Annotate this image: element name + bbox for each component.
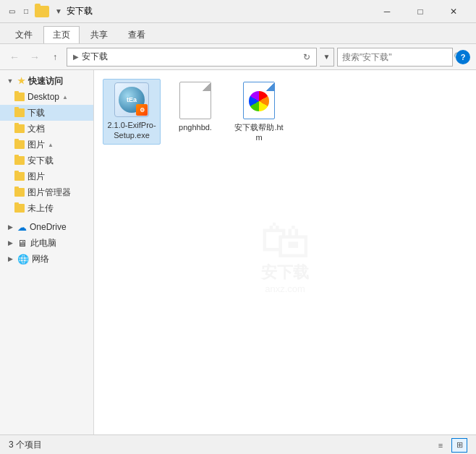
status-count: 3 个项目 [9, 439, 42, 451]
sidebar-item-desktop[interactable]: Desktop ▲ [0, 89, 93, 105]
network-label: 网络 [32, 253, 49, 265]
up-button[interactable]: ↑ [46, 48, 64, 66]
sidebar-item-label-downloads2: 安下载 [27, 155, 54, 167]
sidebar-item-label-downloads: 下载 [27, 107, 45, 119]
sidebar-item-notupload[interactable]: 未上传 [0, 200, 93, 216]
watermark-url: anxz.com [260, 283, 310, 294]
sidebar-item-label-desktop: Desktop [27, 92, 59, 102]
chevron-right-icon-pictures: ▲ [48, 142, 54, 148]
sidebar-item-downloads2[interactable]: 安下载 [0, 153, 93, 168]
files-container: ⚙ 2.1.0-ExifPro-Setup.exe pnghhbd. 安下载帮助… [103, 79, 467, 146]
onedrive-label: OneDrive [30, 222, 67, 232]
maximize-button[interactable]: □ [404, 0, 437, 23]
folder-icon-pictures2 [14, 172, 25, 181]
network-icon: 🌐 [17, 254, 29, 265]
sidebar-quick-access[interactable]: ▼ ★ 快速访问 [0, 73, 93, 89]
forward-button[interactable]: → [26, 48, 43, 66]
title-controls: ─ □ ✕ [370, 0, 470, 23]
status-view-icons: ≡ ⊞ [433, 438, 467, 453]
file-item-htm[interactable]: 安下载帮助.htm [230, 79, 288, 146]
status-bar: 3 个项目 ≡ ⊞ [0, 434, 476, 454]
htm-file-icon [243, 82, 275, 119]
exe-badge-icon: ⚙ [136, 104, 148, 116]
address-text: 安下载 [82, 51, 108, 63]
sidebar-item-label-pictures2: 图片 [27, 171, 45, 183]
watermark-bag-icon: 🛍 [260, 211, 310, 269]
folder-icon-documents [14, 124, 25, 133]
sidebar-item-documents[interactable]: 文档 [0, 121, 93, 137]
htm-file-label: 安下载帮助.htm [233, 122, 285, 143]
tab-home[interactable]: 主页 [43, 26, 80, 43]
exe-file-label: 2.1.0-ExifPro-Setup.exe [106, 120, 157, 141]
search-box[interactable]: 🔍 [337, 48, 453, 67]
tab-view[interactable]: 查看 [119, 26, 155, 43]
ribbon: 文件 主页 共享 查看 [0, 23, 476, 44]
sidebar: ▼ ★ 快速访问 Desktop ▲ 下载 文档 图片 ▲ [0, 70, 94, 434]
sidebar-item-downloads[interactable]: 下载 [0, 105, 93, 121]
quick-access-expand-icon: ▼ [6, 77, 14, 85]
sidebar-item-pictures2[interactable]: 图片 [0, 168, 93, 184]
folder-icon-pictures [14, 140, 25, 149]
chevron-right-icon-desktop: ▲ [62, 94, 68, 100]
folder-icon-downloads2 [14, 156, 25, 165]
title-icon-1: ▭ [6, 6, 17, 17]
sidebar-item-picmanager[interactable]: 图片管理器 [0, 184, 93, 200]
file-area[interactable]: 🛍 安下载 anxz.com ⚙ 2.1.0-ExifPro-Setup.exe… [94, 70, 476, 434]
quick-access-section: ▼ ★ 快速访问 Desktop ▲ 下载 文档 图片 ▲ [0, 73, 93, 216]
generic-file-icon [179, 82, 211, 119]
title-bar-icons: ▭ □ ▼ [6, 6, 62, 17]
window-title: 安下载 [67, 5, 370, 17]
search-input[interactable] [342, 52, 451, 62]
sidebar-item-pictures[interactable]: 图片 ▲ [0, 137, 93, 153]
ribbon-tabs: 文件 主页 共享 查看 [0, 23, 476, 43]
png-file-label: pnghhbd. [179, 122, 212, 132]
onedrive-icon: ☁ [17, 222, 27, 233]
folder-icon-notupload [14, 204, 25, 213]
pc-icon: 🖥 [17, 238, 27, 248]
pc-label: 此电脑 [30, 237, 56, 249]
view-list-button[interactable]: ≡ [433, 438, 449, 453]
view-grid-icon: ⊞ [456, 440, 463, 450]
sidebar-item-pc[interactable]: ▶ 🖥 此电脑 [0, 235, 93, 251]
tab-share[interactable]: 共享 [81, 26, 117, 43]
refresh-button[interactable]: ↻ [303, 52, 310, 62]
folder-icon-downloads [14, 108, 25, 117]
watermark: 🛍 安下载 anxz.com [260, 211, 310, 294]
close-button[interactable]: ✕ [437, 0, 470, 23]
sidebar-item-label-picmanager: 图片管理器 [27, 187, 71, 199]
file-item-exe[interactable]: ⚙ 2.1.0-ExifPro-Setup.exe [103, 79, 161, 145]
title-dropdown-arrow[interactable]: ▼ [55, 7, 62, 15]
quick-access-label: 快速访问 [28, 75, 63, 87]
sidebar-item-label-pictures: 图片 [27, 139, 45, 151]
title-icon-2: □ [20, 6, 32, 17]
htm-color-wheel [249, 91, 269, 111]
pc-expand-icon: ▶ [6, 239, 14, 247]
watermark-site-name: 安下载 [260, 262, 310, 283]
htm-colors-icon [244, 82, 274, 119]
minimize-button[interactable]: ─ [370, 0, 404, 23]
sidebar-item-label-notupload: 未上传 [27, 202, 54, 215]
folder-icon-desktop [14, 93, 25, 101]
help-button[interactable]: ? [456, 50, 470, 64]
network-expand-icon: ▶ [6, 254, 14, 263]
folder-icon-picmanager [14, 188, 25, 197]
view-grid-button[interactable]: ⊞ [451, 438, 467, 453]
back-button[interactable]: ← [6, 48, 23, 66]
quick-access-star-icon: ★ [17, 76, 25, 86]
sidebar-item-onedrive[interactable]: ▶ ☁ OneDrive [0, 219, 93, 235]
file-item-png[interactable]: pnghhbd. [166, 79, 224, 135]
title-folder-icon [35, 6, 49, 17]
address-box[interactable]: ▶ 安下载 ↻ [67, 48, 317, 67]
exe-file-icon: ⚙ [114, 82, 149, 117]
view-list-icon: ≡ [438, 441, 443, 450]
tab-file[interactable]: 文件 [6, 26, 42, 43]
main-content: ▼ ★ 快速访问 Desktop ▲ 下载 文档 图片 ▲ [0, 70, 476, 434]
onedrive-expand-icon: ▶ [6, 223, 14, 231]
address-bar-area: ← → ↑ ▶ 安下载 ↻ ▼ 🔍 ? [0, 44, 476, 70]
title-bar: ▭ □ ▼ 安下载 ─ □ ✕ [0, 0, 476, 23]
address-separator: ▶ [73, 53, 79, 61]
sidebar-item-network[interactable]: ▶ 🌐 网络 [0, 251, 93, 267]
address-arrow-button[interactable]: ▼ [320, 48, 334, 67]
sidebar-item-label-documents: 文档 [27, 123, 45, 135]
